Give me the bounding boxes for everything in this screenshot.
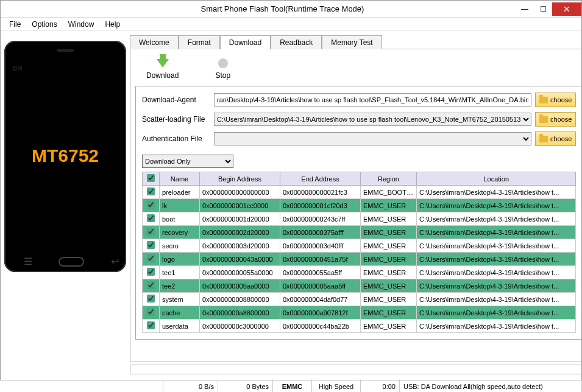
cell-begin: 0x0000000000000000 <box>200 186 280 199</box>
table-row[interactable]: tee1 0x000000000055a0000 0x0000000055aa5… <box>143 266 576 279</box>
stop-icon <box>218 58 228 68</box>
table-row[interactable]: boot 0x0000000001d20000 0x000000000243c7… <box>143 212 576 226</box>
row-checkbox[interactable] <box>147 201 155 209</box>
cell-name: tee1 <box>160 266 200 279</box>
cell-region: EMMC_USER <box>361 279 417 293</box>
row-checkbox[interactable] <box>147 187 155 195</box>
tab-memory-test[interactable]: Memory Test <box>322 35 381 49</box>
cell-region: EMMC_USER <box>361 293 417 306</box>
tab-readback[interactable]: Readback <box>271 35 322 49</box>
cell-end: 0x00000000c44ba22b <box>280 320 361 333</box>
row-checkbox[interactable] <box>147 228 155 236</box>
row-checkbox[interactable] <box>147 241 155 249</box>
cell-begin: 0x00000000c3000000 <box>200 320 280 333</box>
cell-begin: 0x000000000043a0000 <box>200 253 280 266</box>
mode-select[interactable]: Download Only <box>142 155 233 168</box>
cell-region: EMMC_BOOT_1 <box>361 186 417 199</box>
menu-window[interactable]: Window <box>63 19 99 30</box>
table-row[interactable]: lk 0x0000000001cc0000 0x0000000001cf20d3… <box>143 199 576 212</box>
stop-button[interactable]: Stop <box>215 57 230 80</box>
minimize-button[interactable]: — <box>516 2 534 16</box>
status-bytes: 0 Bytes <box>218 380 273 392</box>
table-row[interactable]: secro 0x0000000003d20000 0x0000000003d40… <box>143 239 576 253</box>
table-row[interactable]: logo 0x000000000043a0000 0x000000000451a… <box>143 253 576 266</box>
tab-format[interactable]: Format <box>179 35 220 49</box>
scatter-label: Scatter-loading File <box>142 115 210 124</box>
cell-region: EMMC_USER <box>361 266 417 279</box>
row-checkbox[interactable] <box>147 308 155 316</box>
cell-location: C:\Users\imran\Desktop\4-3-19\Articles\h… <box>417 212 576 226</box>
da-label: Download-Agent <box>142 96 210 104</box>
cell-name: cache <box>160 306 200 320</box>
row-checkbox[interactable] <box>147 254 155 262</box>
menu-help[interactable]: Help <box>100 19 125 30</box>
close-button[interactable]: ✕ <box>552 2 581 16</box>
col-location: Location <box>417 172 576 186</box>
status-storage: EMMC <box>273 380 312 392</box>
cell-location: C:\Users\imran\Desktop\4-3-19\Articles\h… <box>417 253 576 266</box>
cell-end: 0x0000000055aa5ff <box>280 266 361 279</box>
cell-begin: 0x0000000001cc0000 <box>200 199 280 212</box>
status-time: 0:00 <box>361 380 400 392</box>
cell-end: 0x000000000243c7ff <box>280 212 361 226</box>
table-row[interactable]: system 0x0000000008800000 0x000000004daf… <box>143 293 576 306</box>
cell-name: lk <box>160 199 200 212</box>
download-button[interactable]: Download <box>146 57 179 80</box>
folder-icon <box>539 116 548 123</box>
cell-region: EMMC_USER <box>361 212 417 226</box>
cell-name: tee2 <box>160 279 200 293</box>
cell-region: EMMC_USER <box>361 226 417 239</box>
cell-location: C:\Users\imran\Desktop\4-3-19\Articles\h… <box>417 266 576 279</box>
col-begin: Begin Address <box>200 172 280 186</box>
da-input[interactable] <box>214 93 531 107</box>
cell-name: logo <box>160 253 200 266</box>
tab-welcome[interactable]: Welcome <box>130 35 179 49</box>
menu-options[interactable]: Options <box>27 19 62 30</box>
cell-name: userdata <box>160 320 200 333</box>
home-icon <box>59 257 84 267</box>
row-checkbox[interactable] <box>147 214 155 222</box>
cell-begin: 0x0000000008800000 <box>200 293 280 306</box>
window-title: Smart Phone Flash Tool(Runtime Trace Mod… <box>49 4 516 13</box>
menu-file[interactable]: File <box>4 19 26 30</box>
col-region: Region <box>361 172 417 186</box>
download-icon <box>157 59 169 68</box>
cell-name: boot <box>160 212 200 226</box>
cell-name: recovery <box>160 226 200 239</box>
select-all-checkbox[interactable] <box>147 174 155 182</box>
table-row[interactable]: recovery 0x0000000002d20000 0x0000000003… <box>143 226 576 239</box>
table-row[interactable]: userdata 0x00000000c3000000 0x00000000c4… <box>143 320 576 333</box>
table-row[interactable]: tee2 0x0000000005aa0000 0x0000000005aaa5… <box>143 279 576 293</box>
col-end: End Address <box>280 172 361 186</box>
row-checkbox[interactable] <box>147 281 155 289</box>
cell-location: C:\Users\imran\Desktop\4-3-19\Articles\h… <box>417 226 576 239</box>
row-checkbox[interactable] <box>147 295 155 303</box>
auth-choose-button[interactable]: choose <box>535 131 576 146</box>
cell-begin: 0x0000000002d20000 <box>200 226 280 239</box>
tab-download[interactable]: Download <box>220 35 271 49</box>
scatter-choose-button[interactable]: choose <box>535 112 576 127</box>
auth-select[interactable] <box>214 132 531 145</box>
scatter-select[interactable]: C:\Users\imran\Desktop\4-3-19\Articles\h… <box>214 113 531 126</box>
da-choose-button[interactable]: choose <box>535 93 576 107</box>
col-name: Name <box>160 172 200 186</box>
cell-name: preloader <box>160 186 200 199</box>
back-icon: ↩ <box>111 256 119 267</box>
cell-location: C:\Users\imran\Desktop\4-3-19\Articles\h… <box>417 239 576 253</box>
cell-region: EMMC_USER <box>361 253 417 266</box>
row-checkbox[interactable] <box>147 268 155 276</box>
maximize-button[interactable]: ☐ <box>534 2 552 16</box>
table-row[interactable]: preloader 0x0000000000000000 0x000000000… <box>143 186 576 199</box>
cell-name: system <box>160 293 200 306</box>
cell-begin: 0x0000000001d20000 <box>200 212 280 226</box>
menu-icon: ☰ <box>24 256 32 267</box>
cell-location: C:\Users\imran\Desktop\4-3-19\Articles\h… <box>417 279 576 293</box>
cell-end: 0x0000000000021fc3 <box>280 186 361 199</box>
cell-region: EMMC_USER <box>361 239 417 253</box>
row-checkbox[interactable] <box>147 321 155 329</box>
cell-location: C:\Users\imran\Desktop\4-3-19\Articles\h… <box>417 293 576 306</box>
cell-location: C:\Users\imran\Desktop\4-3-19\Articles\h… <box>417 306 576 320</box>
cell-end: 0x0000000003d40fff <box>280 239 361 253</box>
cell-begin: 0x000000000055a0000 <box>200 266 280 279</box>
table-row[interactable]: cache 0x00000000a8800000 0x00000000a9078… <box>143 306 576 320</box>
